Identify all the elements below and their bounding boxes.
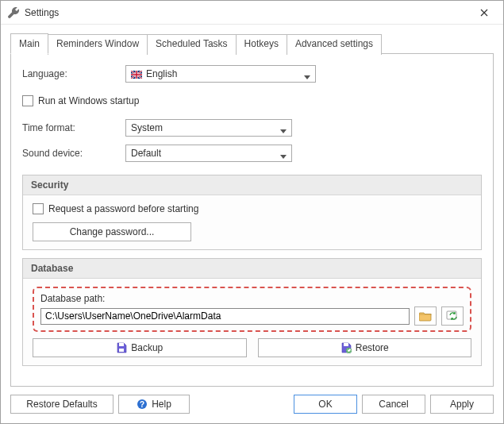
sound-device-select[interactable]: Default: [125, 145, 292, 162]
svg-rect-4: [344, 343, 348, 346]
help-icon: ?: [137, 399, 148, 410]
run-at-startup-label: Run at Windows startup: [38, 95, 139, 106]
chevron-down-icon: [280, 151, 287, 162]
time-format-label: Time format:: [22, 122, 125, 133]
database-header: Database: [23, 259, 481, 279]
security-header: Security: [23, 175, 481, 195]
restore-button[interactable]: Restore: [258, 338, 472, 357]
browse-folder-button[interactable]: [414, 306, 437, 326]
database-path-highlight: Database path:: [33, 287, 471, 332]
sound-device-value: Default: [131, 148, 161, 159]
language-select[interactable]: English: [125, 65, 316, 83]
language-label: Language:: [22, 68, 125, 79]
change-password-button[interactable]: Change password...: [33, 222, 191, 241]
database-path-label: Database path:: [40, 293, 464, 304]
tab-reminders-window[interactable]: Reminders Window: [48, 34, 148, 55]
time-format-select[interactable]: System: [125, 119, 292, 137]
sound-device-row: Sound device: Default: [22, 145, 482, 162]
ok-button[interactable]: OK: [294, 395, 357, 414]
chevron-down-icon: [304, 71, 310, 83]
request-password-checkbox[interactable]: [33, 203, 44, 214]
svg-text:?: ?: [140, 400, 144, 409]
dialog-footer: Restore Defaults ? Help OK Cancel Apply: [10, 387, 494, 414]
close-icon: [480, 9, 488, 17]
database-actions: Backup Restore: [33, 338, 471, 357]
settings-window: Settings Main Reminders Window Scheduled…: [0, 0, 504, 424]
backup-button[interactable]: Backup: [33, 338, 247, 357]
run-at-startup-row: Run at Windows startup: [22, 95, 482, 106]
chevron-down-icon: [280, 125, 287, 137]
security-group: Security Request a password before start…: [22, 175, 482, 250]
restore-defaults-button[interactable]: Restore Defaults: [10, 395, 113, 414]
window-title: Settings: [25, 7, 467, 18]
tab-hotkeys[interactable]: Hotkeys: [236, 34, 287, 55]
database-group: Database Database path:: [22, 258, 482, 366]
refresh-path-button[interactable]: [441, 306, 464, 326]
svg-rect-3: [119, 349, 124, 352]
content-area: Main Reminders Window Scheduled Tasks Ho…: [1, 25, 503, 423]
time-format-row: Time format: System: [22, 119, 482, 137]
help-button[interactable]: ? Help: [118, 395, 190, 414]
language-row: Language: English: [22, 65, 482, 83]
wrench-icon: [7, 6, 20, 19]
time-format-value: System: [131, 122, 163, 133]
folder-icon: [419, 310, 432, 322]
sound-device-label: Sound device:: [22, 148, 125, 159]
svg-rect-2: [119, 343, 124, 346]
language-value: English: [146, 68, 177, 79]
database-path-input[interactable]: [40, 308, 410, 325]
uk-flag-icon: [131, 70, 142, 78]
tabs: Main Reminders Window Scheduled Tasks Ho…: [10, 33, 494, 53]
tab-advanced-settings[interactable]: Advanced settings: [287, 34, 382, 55]
save-icon: [116, 342, 127, 353]
apply-button[interactable]: Apply: [430, 395, 494, 414]
database-body: Database path:: [23, 279, 481, 365]
restore-icon: [340, 342, 352, 353]
refresh-icon: [446, 310, 459, 322]
request-password-label: Request a password before starting: [48, 203, 198, 214]
tab-main[interactable]: Main: [10, 33, 48, 54]
close-button[interactable]: [467, 2, 502, 24]
run-at-startup-checkbox[interactable]: [22, 95, 33, 106]
cancel-button[interactable]: Cancel: [362, 395, 425, 414]
titlebar: Settings: [1, 1, 503, 25]
request-password-row: Request a password before starting: [33, 203, 471, 214]
tab-panel-main: Language: English Run at Windows startup…: [10, 53, 494, 387]
tab-scheduled-tasks[interactable]: Scheduled Tasks: [147, 34, 237, 55]
security-body: Request a password before starting Chang…: [23, 195, 481, 249]
